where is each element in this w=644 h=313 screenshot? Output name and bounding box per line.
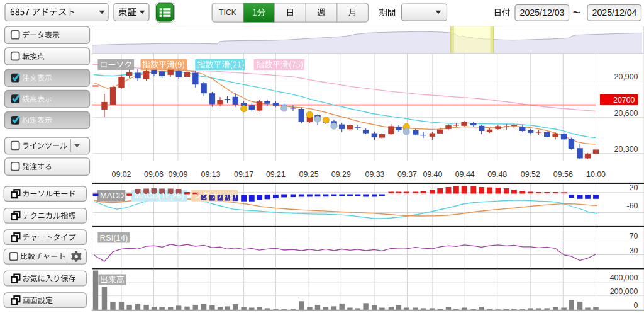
svg-text:200,000: 200,000 xyxy=(610,287,638,296)
svg-text:2025/12/04: 2025/12/04 xyxy=(592,8,637,18)
svg-text:09:06: 09:06 xyxy=(144,170,164,179)
svg-text:MACD(12,26): MACD(12,26) xyxy=(134,191,184,200)
svg-text:-60: -60 xyxy=(627,202,638,210)
svg-text:2025/12/03: 2025/12/03 xyxy=(520,8,565,18)
svg-text:09:02: 09:02 xyxy=(111,170,131,179)
svg-text:09:37: 09:37 xyxy=(397,170,417,179)
svg-text:70: 70 xyxy=(630,232,638,241)
svg-text:09:44: 09:44 xyxy=(455,170,475,179)
svg-text:400,000: 400,000 xyxy=(610,273,638,282)
svg-text:09:29: 09:29 xyxy=(331,170,351,179)
svg-text:RSI(14): RSI(14) xyxy=(100,233,128,242)
svg-text:0: 0 xyxy=(634,301,638,310)
svg-text:20: 20 xyxy=(630,183,638,192)
svg-text:09:40: 09:40 xyxy=(423,170,442,179)
svg-text:TICK: TICK xyxy=(219,8,237,17)
svg-text:10:00: 10:00 xyxy=(586,170,606,179)
svg-text:20,300: 20,300 xyxy=(614,145,638,154)
svg-text:09:09: 09:09 xyxy=(168,170,187,179)
svg-text:20,900: 20,900 xyxy=(614,72,638,81)
svg-text:09:25: 09:25 xyxy=(299,170,319,179)
svg-text:MACD: MACD xyxy=(100,191,124,200)
svg-text:09:56: 09:56 xyxy=(553,170,573,179)
svg-text:20700: 20700 xyxy=(613,96,635,105)
svg-text:09:33: 09:33 xyxy=(365,170,384,179)
svg-text:09:17: 09:17 xyxy=(234,170,253,179)
svg-text:09:48: 09:48 xyxy=(487,170,507,179)
svg-text:~: ~ xyxy=(573,4,581,20)
svg-text:09:52: 09:52 xyxy=(521,170,540,179)
svg-text:30: 30 xyxy=(630,246,638,255)
svg-text:09:13: 09:13 xyxy=(201,170,220,179)
svg-text:09:21: 09:21 xyxy=(266,170,286,179)
svg-text:20,600: 20,600 xyxy=(614,109,638,118)
